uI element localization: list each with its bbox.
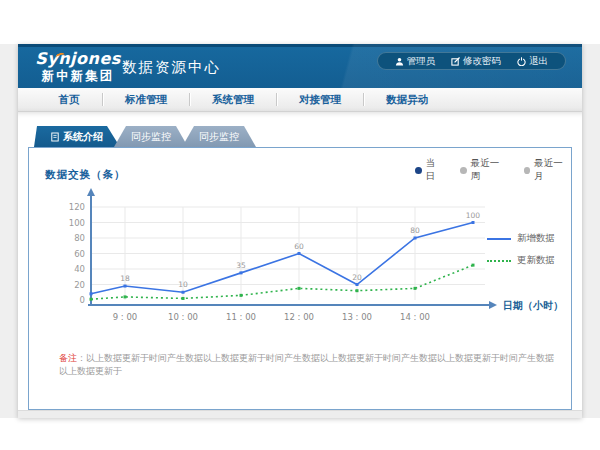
nav-item-data-change[interactable]: 数据异动	[364, 88, 450, 111]
radio-dot-icon	[524, 167, 531, 174]
svg-text:35: 35	[236, 261, 246, 270]
radio-today[interactable]: 当日	[415, 157, 444, 183]
svg-text:10 : 00: 10 : 00	[168, 312, 198, 322]
change-password-label: 修改密码	[463, 55, 501, 68]
tab-label: 同步监控	[131, 130, 171, 144]
svg-text:120: 120	[69, 202, 85, 212]
svg-text:18: 18	[120, 274, 130, 283]
y-axis-title: 数据交换（条）	[45, 168, 126, 182]
app-header: Synjones 新中新集团 数据资源中心 管理员 修改密码 退出	[18, 44, 582, 88]
logo-brand-text: Synjones	[32, 50, 124, 68]
legend-item-updated-data: 更新数据	[487, 254, 555, 267]
tab-sync-monitor-2[interactable]: 同步监控	[182, 126, 256, 147]
svg-text:9 : 00: 9 : 00	[113, 312, 138, 322]
footnote-prefix: 备注	[59, 353, 77, 363]
user-icon	[395, 57, 404, 66]
footnote-text: ：以上数据更新于时间产生数据以上数据更新于时间产生数据以上数据更新于时间产生数据…	[59, 353, 554, 376]
svg-text:60: 60	[294, 242, 304, 251]
svg-text:10: 10	[178, 280, 188, 289]
logout-label: 退出	[529, 55, 548, 68]
page-background: Synjones 新中新集团 数据资源中心 管理员 修改密码 退出	[0, 44, 600, 418]
radio-dot-icon	[460, 167, 467, 174]
dotted-line-icon	[487, 260, 511, 262]
svg-text:20: 20	[74, 280, 85, 290]
svg-text:11 : 00: 11 : 00	[226, 312, 256, 322]
nav-item-standard-mgmt[interactable]: 标准管理	[103, 88, 189, 111]
content-area: 系统介绍 同步监控 同步监控 当日 最近一周	[18, 112, 582, 418]
nav-item-system-mgmt[interactable]: 系统管理	[190, 88, 276, 111]
svg-text:40: 40	[74, 264, 85, 274]
svg-text:12 : 00: 12 : 00	[284, 312, 314, 322]
power-icon	[517, 57, 526, 66]
svg-text:80: 80	[74, 233, 85, 243]
legend-label: 新增数据	[517, 232, 555, 245]
legend-item-new-data: 新增数据	[487, 232, 555, 245]
svg-text:0: 0	[80, 295, 85, 305]
radio-label: 当日	[426, 157, 444, 183]
chart-legend: 新增数据 更新数据	[487, 232, 555, 267]
nav-item-interface-mgmt[interactable]: 对接管理	[277, 88, 363, 111]
radio-last-month[interactable]: 最近一月	[524, 157, 571, 183]
radio-label: 最近一月	[534, 157, 571, 183]
tab-system-intro[interactable]: 系统介绍	[34, 126, 120, 147]
time-range-radio-group: 当日 最近一周 最近一月	[415, 157, 571, 183]
svg-text:20: 20	[352, 273, 362, 282]
document-icon	[51, 132, 59, 142]
tab-label: 系统介绍	[63, 130, 103, 144]
logout-button[interactable]: 退出	[510, 55, 555, 68]
svg-text:13 : 00: 13 : 00	[342, 312, 372, 322]
radio-last-week[interactable]: 最近一周	[460, 157, 507, 183]
tab-bar: 系统介绍 同步监控 同步监控	[34, 126, 256, 147]
page-title: 数据资源中心	[122, 58, 221, 77]
svg-text:100: 100	[466, 211, 481, 220]
change-password-button[interactable]: 修改密码	[444, 55, 508, 68]
logo-company-text: 新中新集团	[32, 68, 124, 83]
user-toolbar: 管理员 修改密码 退出	[377, 52, 567, 70]
solid-line-icon	[487, 238, 511, 240]
app-window: Synjones 新中新集团 数据资源中心 管理员 修改密码 退出	[18, 44, 582, 418]
main-nav: 首页 标准管理 系统管理 对接管理 数据异动	[18, 88, 582, 112]
logo: Synjones 新中新集团	[32, 50, 124, 83]
svg-text:100: 100	[69, 218, 85, 228]
edit-icon	[451, 57, 460, 66]
radio-dot-icon	[415, 167, 422, 174]
svg-text:80: 80	[410, 226, 420, 235]
window-footer-strip	[18, 410, 582, 418]
tab-sync-monitor-1[interactable]: 同步监控	[114, 126, 188, 147]
nav-item-home[interactable]: 首页	[36, 88, 102, 111]
svg-text:60: 60	[74, 249, 85, 259]
tab-label: 同步监控	[199, 130, 239, 144]
chart-panel: 当日 最近一周 最近一月 数据交换（条） 0204060801001209 : …	[28, 147, 572, 410]
radio-label: 最近一周	[471, 157, 508, 183]
legend-label: 更新数据	[517, 254, 555, 267]
svg-text:14 : 00: 14 : 00	[400, 312, 430, 322]
svg-text:日期（小时）: 日期（小时）	[503, 300, 563, 311]
admin-user-label: 管理员	[407, 55, 436, 68]
footnote: 备注：以上数据更新于时间产生数据以上数据更新于时间产生数据以上数据更新于时间产生…	[59, 352, 559, 378]
admin-user-button[interactable]: 管理员	[388, 55, 443, 68]
